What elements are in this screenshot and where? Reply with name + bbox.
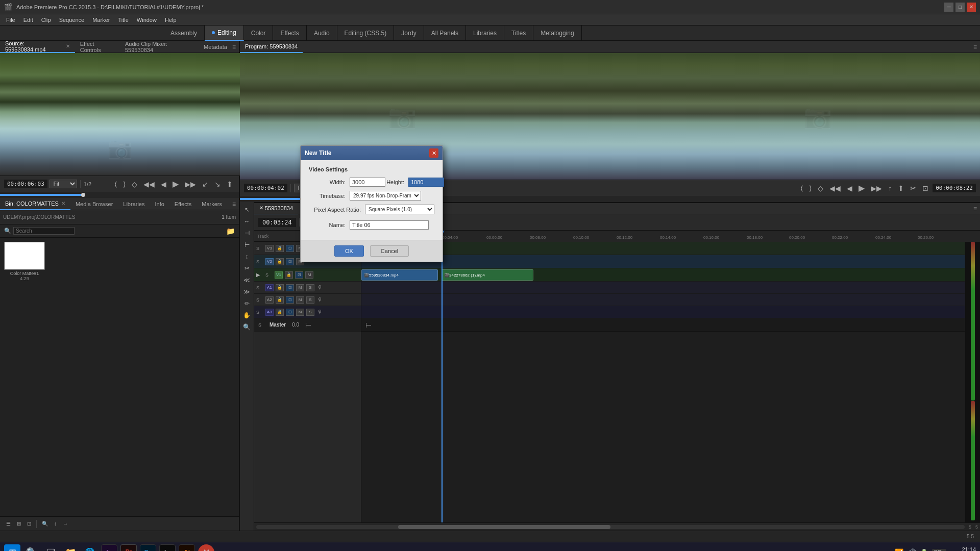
clip-559530834[interactable]: 🎬 559530834.mp4 bbox=[361, 269, 438, 281]
btn-automate[interactable]: → bbox=[61, 520, 70, 528]
tray-volume[interactable]: 🔊 bbox=[908, 548, 916, 552]
btn-overwrite[interactable]: ↘ bbox=[212, 179, 223, 189]
dialog-timebase-select[interactable]: 29.97 fps Non-Drop-Frame 23.976 fps 24 f… bbox=[350, 191, 421, 201]
track-lock-A1[interactable]: 🔒 bbox=[276, 284, 284, 291]
taskbar-task-view[interactable]: ❑ bbox=[43, 544, 59, 552]
track-mute-V1[interactable]: M bbox=[305, 271, 313, 279]
tab-libraries[interactable]: Libraries bbox=[118, 198, 150, 210]
prog-btn-fullscreen[interactable]: ⊡ bbox=[920, 183, 930, 193]
track-row-V2[interactable] bbox=[361, 255, 965, 268]
track-row-A2[interactable] bbox=[361, 294, 965, 306]
tab-effects[interactable]: Effects bbox=[169, 198, 197, 210]
tab-assembly[interactable]: Assembly bbox=[163, 26, 205, 41]
track-toggle-V3[interactable]: V3 bbox=[265, 245, 274, 252]
track-sync-btn-A1[interactable]: ⊡ bbox=[286, 284, 294, 291]
track-lock-A3[interactable]: 🔒 bbox=[276, 309, 284, 316]
tool-razor[interactable]: ✂ bbox=[241, 263, 253, 274]
dialog-width-input[interactable] bbox=[350, 178, 385, 187]
tool-rate-stretch[interactable]: ↕ bbox=[241, 251, 253, 262]
track-toggle-V2[interactable]: V2 bbox=[265, 258, 274, 265]
menu-window[interactable]: Window bbox=[133, 14, 161, 26]
panel-menu-icon[interactable]: ≡ bbox=[232, 43, 239, 51]
tab-program[interactable]: Program: 559530834 bbox=[240, 41, 303, 53]
bin-panel-menu-icon[interactable]: ≡ bbox=[232, 201, 239, 208]
track-lock-V3[interactable]: 🔒 bbox=[276, 245, 284, 252]
dialog-height-input[interactable] bbox=[408, 178, 444, 187]
btn-play[interactable]: ▶ bbox=[170, 178, 181, 190]
track-toggle-A3[interactable]: A3 bbox=[265, 309, 274, 316]
tab-markers[interactable]: Markers bbox=[197, 198, 227, 210]
track-solo-A2[interactable]: S bbox=[306, 296, 314, 304]
tool-slide[interactable]: ≫ bbox=[241, 286, 253, 297]
close-button[interactable]: ✕ bbox=[967, 3, 976, 12]
tool-track-select[interactable]: ↔ bbox=[241, 216, 253, 227]
track-active-V1[interactable]: ▶ bbox=[256, 272, 263, 278]
tool-pen[interactable]: ✏ bbox=[241, 298, 253, 309]
track-toggle-A2[interactable]: A2 bbox=[265, 296, 274, 304]
tool-zoom-tl[interactable]: 🔍 bbox=[241, 321, 253, 333]
prog-btn-play[interactable]: ▶ bbox=[856, 182, 867, 194]
tool-slip[interactable]: ≪ bbox=[241, 274, 253, 286]
btn-zoom-out[interactable]: 🔍 bbox=[40, 520, 50, 528]
menu-edit[interactable]: Edit bbox=[19, 14, 37, 26]
tab-timeline[interactable]: ✕ 559530834 bbox=[254, 203, 298, 215]
btn-icon-view[interactable]: ⊞ bbox=[15, 520, 23, 528]
track-row-A3[interactable] bbox=[361, 306, 965, 318]
clip-342278662[interactable]: 🎬 342278662 (1).mp4 bbox=[442, 269, 533, 281]
dialog-ok-button[interactable]: OK bbox=[334, 245, 364, 257]
tab-all-panels[interactable]: All Panels bbox=[424, 26, 466, 41]
tool-hand[interactable]: ✋ bbox=[241, 310, 253, 321]
btn-add-marker[interactable]: ◇ bbox=[130, 179, 139, 189]
btn-sort[interactable]: ↕ bbox=[52, 520, 59, 528]
prog-btn-extract[interactable]: ⬆ bbox=[896, 183, 906, 193]
track-solo-A1[interactable]: S bbox=[306, 284, 314, 291]
tool-selection[interactable]: ↖ bbox=[241, 204, 253, 215]
track-row-V1[interactable]: 🎬 559530834.mp4 🎬 342278662 (1).mp4 bbox=[361, 268, 965, 282]
taskbar-ae[interactable]: Ae bbox=[101, 544, 117, 552]
btn-export[interactable]: ⬆ bbox=[225, 179, 235, 189]
dialog-cancel-button[interactable]: Cancel bbox=[370, 245, 409, 257]
timeline-scroll[interactable] bbox=[256, 525, 965, 529]
btn-step-fwd[interactable]: ▶▶ bbox=[183, 179, 198, 189]
track-sync-btn-V3[interactable]: ⊡ bbox=[286, 245, 294, 252]
tray-chevron[interactable]: ▲ bbox=[885, 549, 891, 552]
taskbar-photoshop[interactable]: Ps bbox=[140, 544, 156, 552]
track-row-V3[interactable] bbox=[361, 242, 965, 255]
dialog-name-input[interactable] bbox=[350, 220, 429, 230]
master-expand-btn[interactable]: ⊢ bbox=[305, 321, 311, 329]
prog-btn-mark-out[interactable]: ⟩ bbox=[807, 183, 814, 193]
tab-libraries[interactable]: Libraries bbox=[466, 26, 504, 41]
prog-btn-mark-in[interactable]: ⟨ bbox=[798, 183, 805, 193]
program-panel-menu-icon[interactable]: ≡ bbox=[973, 43, 980, 51]
track-solo-A3[interactable]: S bbox=[306, 309, 314, 316]
tab-metalogging[interactable]: Metalogging bbox=[533, 26, 581, 41]
track-lock-A2[interactable]: 🔒 bbox=[276, 296, 284, 304]
dialog-aspect-select[interactable]: Square Pixels (1.0) D1/DV NTSC (0.9) D1/… bbox=[365, 205, 434, 214]
taskbar-chrome[interactable]: 🌐 bbox=[82, 544, 98, 552]
menu-sequence[interactable]: Sequence bbox=[55, 14, 89, 26]
tab-editing[interactable]: Editing bbox=[205, 26, 244, 41]
track-mute-A1[interactable]: M bbox=[296, 284, 304, 291]
master-keyframe-btn[interactable]: ⊢ bbox=[365, 321, 372, 329]
source-scrubber[interactable] bbox=[0, 192, 239, 198]
prog-btn-trim[interactable]: ✂ bbox=[908, 183, 918, 193]
tab-audio[interactable]: Audio bbox=[307, 26, 337, 41]
prog-btn-step-fwd[interactable]: ▶▶ bbox=[869, 183, 884, 193]
track-sync-btn-A2[interactable]: ⊡ bbox=[286, 296, 294, 304]
tab-metadata[interactable]: Metadata bbox=[199, 41, 232, 53]
menu-marker[interactable]: Marker bbox=[88, 14, 114, 26]
taskbar-redx[interactable]: ✕ bbox=[198, 544, 214, 552]
tab-editing-css5[interactable]: Editing (CSS.5) bbox=[337, 26, 395, 41]
tab-effect-controls[interactable]: Effect Controls bbox=[75, 41, 120, 53]
track-sync-btn-V1[interactable]: ⊡ bbox=[295, 271, 303, 279]
tab-bin[interactable]: Bin: COLORMATTES ✕ bbox=[0, 198, 70, 210]
tool-ripple[interactable]: ⊣ bbox=[241, 228, 253, 239]
menu-title[interactable]: Title bbox=[114, 14, 132, 26]
source-zoom-select[interactable]: Fit25%50%100% bbox=[50, 180, 77, 188]
tab-audio-mixer[interactable]: Audio Clip Mixer: 559530834 bbox=[120, 41, 199, 53]
tab-color[interactable]: Color bbox=[244, 26, 274, 41]
menu-help[interactable]: Help bbox=[161, 14, 181, 26]
btn-list-view[interactable]: ☰ bbox=[4, 520, 13, 528]
btn-mark-in[interactable]: ⟨ bbox=[112, 179, 119, 189]
prog-btn-lift[interactable]: ↑ bbox=[886, 183, 894, 193]
